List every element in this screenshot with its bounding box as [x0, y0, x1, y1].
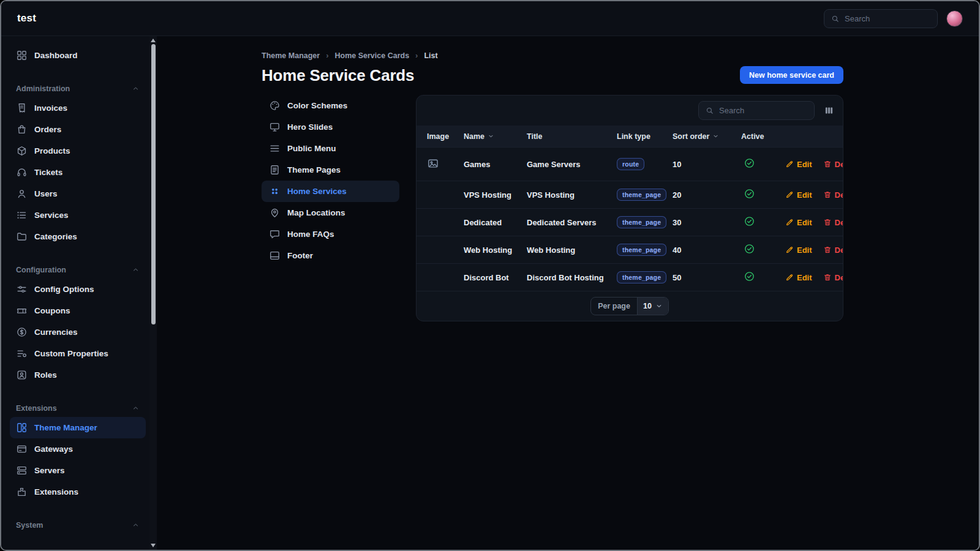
- table-search[interactable]: [698, 101, 815, 120]
- search-icon: [831, 14, 840, 23]
- sidebar-item[interactable]: Roles: [10, 364, 146, 386]
- section-header-system[interactable]: System: [10, 516, 146, 534]
- subnav-item-label: Home Services: [287, 187, 347, 196]
- column-header[interactable]: Active: [741, 132, 785, 141]
- edit-action[interactable]: Edit: [785, 190, 812, 200]
- delete-action[interactable]: Delete: [823, 190, 843, 200]
- sort-icon[interactable]: [712, 133, 719, 140]
- column-header[interactable]: Image: [427, 132, 464, 141]
- table-toolbar: [417, 96, 843, 126]
- cell-title: Game Servers: [527, 160, 617, 169]
- global-search-input[interactable]: [845, 14, 931, 23]
- sidebar-item-label: Categories: [34, 232, 77, 241]
- scrollbar-thumb[interactable]: [151, 44, 156, 324]
- subnav-item[interactable]: Theme Pages: [262, 159, 399, 181]
- delete-action[interactable]: Delete: [823, 218, 843, 227]
- edit-label: Edit: [797, 160, 812, 169]
- sidebar-item[interactable]: Gateways: [10, 438, 146, 460]
- global-search[interactable]: [824, 9, 938, 28]
- sidebar-item[interactable]: Extensions: [10, 481, 146, 503]
- delete-action[interactable]: Delete: [823, 273, 843, 282]
- subnav-item[interactable]: Public Menu: [262, 138, 399, 159]
- sidebar-item[interactable]: Orders: [10, 119, 146, 140]
- sidebar-item-label: Coupons: [34, 306, 70, 315]
- sidebar-item[interactable]: Theme Manager: [10, 417, 146, 438]
- grid-icon: [16, 50, 28, 61]
- sidebar-item[interactable]: Coupons: [10, 300, 146, 321]
- table-card: Image Name Title: [416, 95, 843, 321]
- column-header[interactable]: Name: [464, 132, 527, 141]
- column-header[interactable]: Title: [527, 132, 617, 141]
- subnav-item[interactable]: Footer: [262, 245, 399, 266]
- sidebar-item-label: Users: [34, 189, 58, 198]
- section-header-extensions[interactable]: Extensions: [10, 399, 146, 417]
- sidebar-item[interactable]: Currencies: [10, 321, 146, 343]
- cell-active: [741, 216, 785, 229]
- dots-grid-icon: [269, 186, 281, 197]
- edit-label: Edit: [797, 273, 812, 282]
- palette-icon: [269, 100, 281, 111]
- sidebar-item-dashboard[interactable]: Dashboard: [10, 45, 146, 66]
- breadcrumb-theme-manager[interactable]: Theme Manager: [262, 51, 320, 61]
- subnav-item-label: Public Menu: [287, 144, 336, 153]
- sidebar-item-label: Config Options: [34, 285, 94, 294]
- column-toggle-icon[interactable]: [824, 105, 834, 116]
- cell-image: [427, 188, 464, 202]
- delete-action[interactable]: Delete: [823, 246, 843, 255]
- delete-action[interactable]: Delete: [823, 160, 843, 169]
- chevron-up-icon: [132, 404, 140, 412]
- breadcrumb-separator: ›: [415, 51, 418, 61]
- cell-active: [741, 157, 785, 171]
- app-logo: test: [17, 12, 36, 24]
- sidebar-item[interactable]: Config Options: [10, 279, 146, 300]
- pencil-icon: [785, 190, 794, 199]
- table-search-input[interactable]: [719, 106, 808, 115]
- scroll-down-arrow-icon[interactable]: [151, 544, 156, 547]
- sidebar-item[interactable]: Services: [10, 204, 146, 226]
- active-check-icon: [744, 157, 755, 169]
- subnav-item[interactable]: Home FAQs: [262, 223, 399, 245]
- footer-icon: [269, 250, 281, 261]
- subnav-item[interactable]: Color Schemes: [262, 95, 399, 116]
- subnav-item[interactable]: Map Locations: [262, 202, 399, 223]
- avatar[interactable]: [946, 10, 963, 27]
- edit-action[interactable]: Edit: [785, 160, 812, 169]
- column-header-label: Image: [427, 132, 449, 141]
- sidebar-item[interactable]: Tickets: [10, 162, 146, 183]
- edit-action[interactable]: Edit: [785, 218, 812, 227]
- per-page-select[interactable]: 10: [637, 298, 668, 315]
- edit-action[interactable]: Edit: [785, 273, 812, 282]
- sliders-icon: [16, 283, 28, 295]
- cell-sort-order: 30: [673, 218, 741, 227]
- column-header[interactable]: Link type: [617, 132, 673, 141]
- sidebar-item-label: Extensions: [34, 487, 78, 497]
- cell-image: [427, 216, 464, 230]
- section-header-configuration[interactable]: Configuration: [10, 261, 146, 279]
- subnav-item-label: Map Locations: [287, 208, 345, 217]
- breadcrumb-home-service-cards[interactable]: Home Service Cards: [335, 51, 410, 61]
- sidebar-item-label: Invoices: [34, 103, 67, 113]
- sidebar-item[interactable]: Products: [10, 140, 146, 162]
- sort-icon[interactable]: [488, 133, 494, 140]
- page-header: Theme Manager › Home Service Cards › Lis…: [262, 51, 843, 85]
- puzzle-icon: [16, 486, 28, 498]
- sidebar-scrollbar[interactable]: [149, 36, 157, 550]
- sidebar-item[interactable]: Users: [10, 183, 146, 204]
- scroll-up-arrow-icon[interactable]: [151, 39, 156, 42]
- bag-icon: [16, 124, 28, 135]
- sidebar-item[interactable]: Servers: [10, 460, 146, 481]
- search-icon: [705, 106, 714, 115]
- subnav-item[interactable]: Home Services: [262, 181, 399, 202]
- sidebar-item-label: Tickets: [34, 168, 62, 177]
- sidebar-item[interactable]: Categories: [10, 226, 146, 247]
- edit-action[interactable]: Edit: [785, 246, 812, 255]
- new-home-service-card-button[interactable]: New home service card: [740, 66, 843, 84]
- sidebar-item[interactable]: Invoices: [10, 97, 146, 119]
- main-content: Theme Manager › Home Service Cards › Lis…: [157, 36, 979, 550]
- cell-sort-order: 10: [673, 160, 741, 169]
- sidebar-item[interactable]: Custom Properties: [10, 343, 146, 364]
- column-header[interactable]: Sort order: [673, 132, 741, 141]
- subnav-item-label: Home FAQs: [287, 230, 334, 239]
- section-header-administration[interactable]: Administration: [10, 80, 146, 97]
- subnav-item[interactable]: Hero Slides: [262, 116, 399, 138]
